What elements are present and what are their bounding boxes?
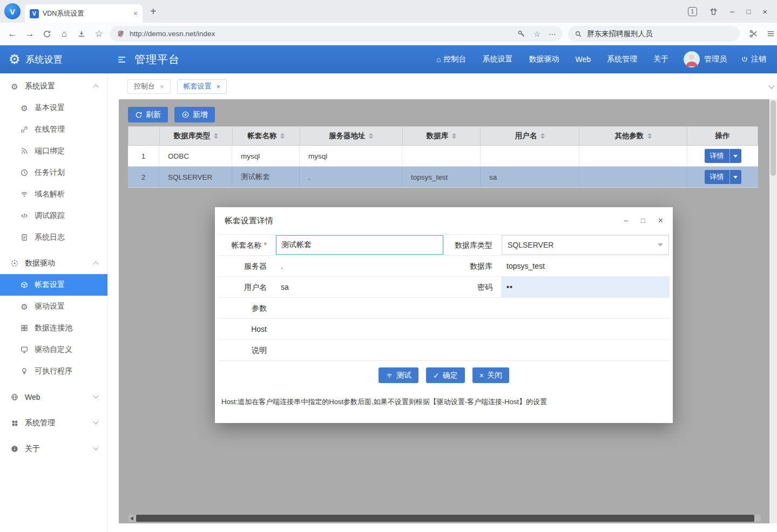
nav-item-about[interactable]: 关于 — [653, 54, 668, 64]
forward-icon[interactable]: → — [22, 26, 38, 42]
site-security-icon[interactable] — [117, 30, 125, 38]
browser-search-box[interactable]: 胖东来招聘服刑人员 — [568, 26, 740, 42]
sidebar-item-task-schedule[interactable]: 任务计划 — [0, 162, 107, 183]
sidebar-group-system-management[interactable]: 系统管理 — [0, 412, 107, 434]
tab-close-icon[interactable]: × — [217, 83, 221, 91]
window-manager-badge[interactable]: 1 — [688, 7, 697, 16]
sort-icon[interactable] — [452, 133, 456, 139]
horizontal-scrollbar-thumb[interactable] — [136, 515, 754, 522]
cell-db-type: ODBC — [159, 146, 232, 166]
account-name-input[interactable] — [276, 235, 443, 255]
address-bar[interactable]: http://demo.vesn.net/index ☆ ⋯ — [110, 26, 563, 42]
dialog-close-icon[interactable]: × — [658, 216, 663, 225]
detail-dropdown-caret-icon[interactable] — [729, 149, 741, 163]
col-db-type[interactable]: 数据库类型 — [160, 127, 233, 146]
nav-item-system-management[interactable]: 系统管理 — [607, 54, 637, 64]
sort-icon[interactable] — [280, 133, 285, 139]
nav-item-data-drive[interactable]: 数据驱动 — [529, 54, 559, 64]
table-row[interactable]: 1 ODBC mysql mysql 详情 — [128, 146, 758, 167]
sidebar-item-account-settings[interactable]: 帐套设置 — [0, 274, 107, 296]
sidebar-item-debug-trace[interactable]: 调试跟踪 — [0, 205, 107, 227]
page-tab-account-settings[interactable]: 帐套设置× — [177, 79, 227, 94]
col-database[interactable]: 数据库 — [403, 127, 481, 146]
detail-button[interactable]: 详情 — [705, 170, 741, 184]
close-button[interactable]: × 关闭 — [472, 367, 509, 383]
description-field[interactable] — [275, 340, 670, 360]
back-icon[interactable]: ← — [4, 26, 21, 42]
username-field[interactable]: sa — [275, 277, 444, 297]
sidebar-item-dns-resolution[interactable]: 域名解析 — [0, 183, 107, 205]
download-icon[interactable] — [73, 26, 90, 42]
browser-logo-icon[interactable]: V — [4, 3, 21, 19]
params-field[interactable] — [275, 298, 670, 318]
logout-button[interactable]: 注销 — [741, 54, 766, 64]
sidebar-group-system-settings[interactable]: ⚙ 系统设置 — [0, 76, 107, 97]
sidebar-item-port-binding[interactable]: 端口绑定 — [0, 140, 107, 162]
sort-icon[interactable] — [369, 133, 373, 139]
test-button[interactable]: 测试 — [379, 367, 418, 383]
dialog-maximize-icon[interactable]: □ — [641, 217, 645, 224]
server-field[interactable]: . — [275, 256, 444, 276]
password-key-icon[interactable] — [517, 30, 525, 38]
window-close-button[interactable]: × — [762, 8, 767, 16]
scroll-left-arrow-icon[interactable] — [130, 516, 133, 521]
refresh-button[interactable]: 刷新 — [128, 107, 168, 122]
dialog-minimize-icon[interactable]: − — [624, 217, 628, 224]
sort-icon[interactable] — [647, 133, 652, 139]
search-text[interactable]: 胖东来招聘服刑人员 — [587, 29, 653, 39]
sidebar-group-web[interactable]: Web — [0, 386, 107, 408]
sidebar-collapse-icon[interactable] — [117, 54, 127, 65]
sidebar-item-executable[interactable]: 可执行程序 — [0, 360, 107, 382]
sidebar-item-connection-pool[interactable]: 数据连接池 — [0, 317, 107, 339]
more-actions-icon[interactable]: ⋯ — [549, 30, 556, 38]
tab-list-chevron-icon[interactable] — [768, 83, 774, 88]
sidebar-group-about[interactable]: 关于 — [0, 438, 107, 460]
sidebar-item-basic-settings[interactable]: ⚙ 基本设置 — [0, 97, 107, 119]
sort-icon[interactable] — [540, 133, 545, 139]
vertical-scrollbar-thumb[interactable] — [771, 100, 776, 176]
col-username[interactable]: 用户名 — [481, 127, 579, 146]
col-other-params[interactable]: 其他参数 — [579, 127, 687, 146]
nav-item-system-settings[interactable]: 系统设置 — [482, 54, 512, 64]
cell-index: 1 — [128, 146, 159, 166]
add-button[interactable]: 新增 — [174, 107, 215, 122]
description-label: 说明 — [218, 340, 275, 360]
page-tab-console[interactable]: 控制台× — [127, 79, 171, 94]
database-field[interactable]: topsys_test — [501, 256, 670, 276]
nav-item-web[interactable]: Web — [575, 55, 591, 64]
refresh-icon[interactable] — [39, 26, 55, 42]
host-field[interactable] — [275, 319, 670, 339]
detail-button[interactable]: 详情 — [705, 149, 741, 163]
vertical-scrollbar[interactable] — [769, 99, 777, 523]
user-area[interactable]: 管理员 — [684, 51, 727, 67]
sidebar-item-driver-settings[interactable]: ⚙ 驱动设置 — [0, 296, 107, 317]
scissors-icon[interactable] — [745, 26, 761, 42]
password-field[interactable]: •• — [501, 277, 670, 297]
new-tab-button[interactable]: + — [150, 5, 157, 18]
tab-close-icon[interactable]: × — [160, 83, 164, 91]
url-text[interactable]: http://demo.vesn.net/index — [130, 30, 512, 38]
nav-item-console[interactable]: ⌂ 控制台 — [436, 54, 466, 64]
sidebar-item-system-log[interactable]: 系统日志 — [0, 227, 107, 248]
detail-dropdown-caret-icon[interactable] — [729, 170, 741, 184]
horizontal-scrollbar[interactable] — [129, 515, 761, 522]
browser-tab[interactable]: V VDN系统设置 × — [25, 4, 143, 23]
app-header: ⚙ 系统设置 管理平台 ⌂ 控制台 系统设置 数据驱动 Web 系统管理 关于 … — [0, 45, 777, 73]
col-account-name[interactable]: 帐套名称 — [233, 127, 300, 146]
favorites-star-icon[interactable]: ☆ — [91, 26, 107, 42]
tab-close-icon[interactable]: × — [133, 9, 138, 18]
ok-button[interactable]: ✓ 确定 — [426, 367, 465, 383]
browser-menu-icon[interactable] — [762, 26, 777, 42]
table-row-selected[interactable]: 2 SQLSERVER 测试帐套 . topsys_test sa 详情 — [128, 167, 758, 188]
db-type-select[interactable]: SQLSERVER — [502, 235, 669, 255]
sort-icon[interactable] — [214, 133, 218, 139]
home-icon[interactable]: ⌂ — [56, 26, 72, 42]
browser-theme-icon[interactable] — [709, 7, 718, 16]
window-maximize-button[interactable]: □ — [746, 8, 751, 15]
sidebar-group-data-drive[interactable]: 数据驱动 — [0, 253, 107, 274]
col-server-address[interactable]: 服务器地址 — [300, 127, 403, 146]
window-minimize-button[interactable]: − — [730, 8, 735, 16]
sidebar-item-driver-custom[interactable]: 驱动自定义 — [0, 339, 107, 360]
bookmark-star-icon[interactable]: ☆ — [533, 30, 540, 38]
sidebar-item-online-management[interactable]: 在线管理 — [0, 119, 107, 140]
